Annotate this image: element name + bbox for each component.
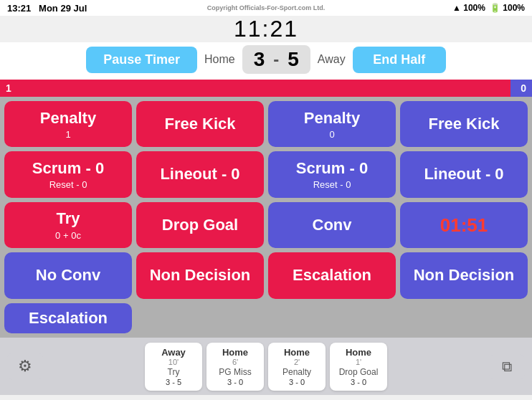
away-penalty-count: 0 [329, 129, 334, 140]
home-escalation-button[interactable]: Escalation [268, 252, 396, 298]
home-try-button[interactable]: Try 0 + 0c [4, 202, 132, 248]
home-count: 1 [6, 82, 11, 94]
settings-button[interactable]: ⚙ [7, 353, 43, 380]
event-card-1[interactable]: Home 6' PG Miss 3 - 0 [206, 343, 264, 391]
away-noconv-button[interactable]: No Conv [4, 252, 132, 298]
wifi-icon: ▲ 100% [452, 3, 485, 13]
away-scrum-reset: Reset - 0 [313, 179, 351, 190]
home-label: Home [204, 53, 235, 66]
main-grid: Penalty 1 Free Kick Penalty 0 Free Kick … [0, 97, 532, 338]
event-score-3: 3 - 0 [337, 378, 380, 386]
home-scrum-button[interactable]: Scrum - 0 Reset - 0 [4, 151, 132, 197]
settings-icon: ⚙ [18, 357, 32, 376]
event-time-3: 1' [337, 358, 380, 366]
away-label: Away [318, 53, 346, 66]
home-penalty-button[interactable]: Penalty 1 [4, 101, 132, 147]
away-penalty-label: Penalty [304, 109, 360, 128]
event-score-1: 3 - 0 [214, 378, 257, 386]
event-type-0: Try [152, 367, 195, 377]
event-score-0: 3 - 5 [152, 378, 195, 386]
event-team-1: Home [214, 347, 257, 358]
home-freekick-button[interactable]: Free Kick [136, 101, 264, 147]
event-score-2: 3 - 0 [275, 378, 318, 386]
home-try-label: Try [56, 209, 80, 228]
away-nondecision-label: Non Decision [414, 266, 515, 285]
home-escalation-label: Escalation [293, 266, 371, 285]
away-escalation-label: Escalation [29, 309, 108, 328]
timer-value: 11:21 [234, 16, 298, 42]
event-card-2[interactable]: Home 2' Penalty 3 - 0 [268, 343, 326, 391]
home-dropgoal-label: Drop Goal [162, 216, 238, 234]
event-type-3: Drop Goal [337, 367, 380, 377]
event-time-2: 2' [275, 358, 318, 366]
home-freekick-label: Free Kick [164, 115, 235, 133]
pause-timer-button[interactable]: Pause Timer [86, 47, 197, 73]
bottom-bar: ⚙ Away 10' Try 3 - 5 Home 6' PG Miss 3 -… [0, 338, 532, 395]
notepad-icon: ⧉ [502, 358, 512, 375]
clock-time: 13:21 [7, 3, 31, 14]
away-noconv-label: No Conv [36, 266, 100, 285]
status-bar: 13:21 Mon 29 Jul Copyright Officials-For… [0, 0, 532, 16]
event-team-3: Home [337, 347, 380, 358]
copyright-text: Copyright Officials-For-Sport.com Ltd. [207, 4, 326, 11]
score-dash: - [273, 49, 279, 70]
home-score: 3 [254, 48, 265, 71]
event-card-3[interactable]: Home 1' Drop Goal 3 - 0 [330, 343, 387, 391]
status-right: ▲ 100% 🔋 100% [452, 3, 525, 13]
event-type-2: Penalty [275, 367, 318, 377]
score-display: 3 - 5 [242, 45, 310, 74]
home-nondecision-label: Non Decision [150, 266, 251, 285]
home-penalty-count: 1 [65, 129, 70, 140]
away-conv-button[interactable]: Conv [268, 202, 396, 248]
home-try-count: 0 + 0c [55, 230, 81, 241]
home-team-bar: 1 [0, 80, 510, 97]
away-penalty-button[interactable]: Penalty 0 [268, 101, 396, 147]
game-timer-display: 11:21 [0, 16, 532, 42]
status-time: 13:21 Mon 29 Jul [7, 3, 87, 14]
event-time-1: 6' [214, 358, 257, 366]
away-count: 0 [521, 82, 526, 94]
event-team-0: Away [152, 347, 195, 358]
event-team-2: Home [275, 347, 318, 358]
away-freekick-button[interactable]: Free Kick [400, 101, 528, 147]
event-time-0: 10' [152, 358, 195, 366]
conv-timer-value: 01:51 [440, 214, 488, 237]
event-card-0[interactable]: Away 10' Try 3 - 5 [145, 343, 202, 391]
away-lineout-button[interactable]: Lineout - 0 [400, 151, 528, 197]
end-half-button[interactable]: End Half [353, 47, 446, 73]
event-type-1: PG Miss [214, 367, 257, 377]
home-scrum-reset: Reset - 0 [49, 179, 87, 190]
score-section: Home 3 - 5 Away [204, 45, 346, 74]
clock-date: Mon 29 Jul [39, 3, 87, 14]
away-conv-label: Conv [313, 216, 352, 234]
away-lineout-label: Lineout - 0 [424, 165, 503, 184]
away-nondecision-button[interactable]: Non Decision [400, 252, 528, 298]
away-escalation-button[interactable]: Escalation [4, 303, 132, 333]
battery-icon: 🔋 100% [490, 3, 525, 13]
score-row: Pause Timer Home 3 - 5 Away End Half [0, 42, 532, 80]
notepad-button[interactable]: ⧉ [489, 354, 525, 379]
away-freekick-label: Free Kick [428, 115, 499, 133]
away-team-bar: 0 [510, 80, 532, 97]
conv-timer-display[interactable]: 01:51 [400, 202, 528, 248]
home-penalty-label: Penalty [40, 109, 96, 128]
home-lineout-button[interactable]: Lineout - 0 [136, 151, 264, 197]
recent-events: Away 10' Try 3 - 5 Home 6' PG Miss 3 - 0… [49, 343, 483, 391]
away-scrum-button[interactable]: Scrum - 0 Reset - 0 [268, 151, 396, 197]
away-scrum-label: Scrum - 0 [296, 159, 368, 178]
home-nondecision-button[interactable]: Non Decision [136, 252, 264, 298]
team-bar: 1 0 [0, 80, 532, 97]
home-dropgoal-button[interactable]: Drop Goal [136, 202, 264, 248]
home-scrum-label: Scrum - 0 [32, 159, 104, 178]
home-lineout-label: Lineout - 0 [160, 165, 239, 184]
away-score: 5 [288, 48, 299, 71]
